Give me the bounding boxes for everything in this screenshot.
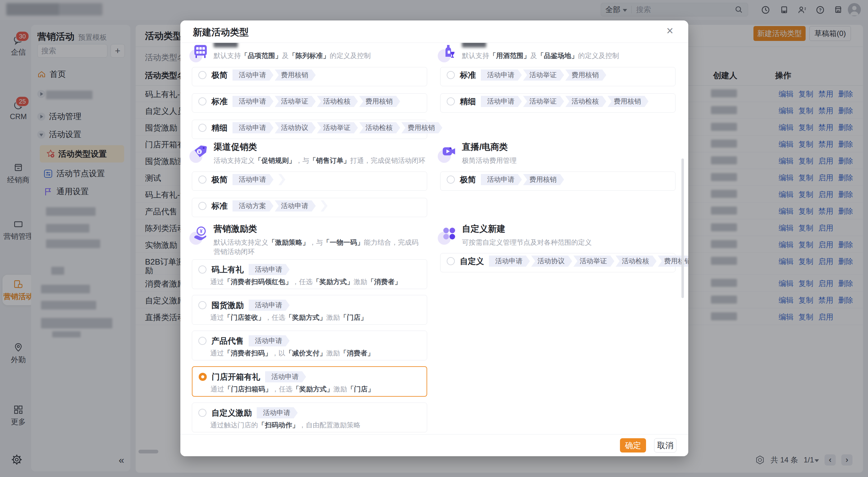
workflow-tag: 活动申请 — [232, 122, 274, 133]
radio-button[interactable] — [198, 266, 207, 274]
option-card[interactable]: 精细 活动申请活动协议活动举证活动检核费用核销 — [192, 120, 427, 139]
workflow-tag: 活动检核 — [359, 122, 400, 133]
workflow-tag: 活动举证 — [523, 96, 564, 107]
group-channel-promo: ¥ 渠道促销类 活动支持定义「促销规则」，与「销售订单」打通，完成促销活动闭环 — [192, 141, 425, 165]
radio-button[interactable] — [198, 97, 207, 105]
option-cards: 极简 活动申请费用核销 标准 活动申请活动举证活动检核费用核销 — [192, 67, 428, 146]
group-desc: 极简活动费用管理 — [462, 156, 517, 165]
radio-button[interactable] — [198, 301, 207, 309]
workflow-tag: 活动申请 — [481, 96, 522, 107]
option-card[interactable]: 自定义 活动申请活动协议活动举证活动检核费用核销 — [440, 253, 676, 272]
svg-text:¥: ¥ — [200, 229, 203, 234]
radio-button[interactable] — [447, 257, 455, 265]
workflow-tag: 活动举证 — [317, 122, 358, 133]
confirm-button[interactable]: 确定 — [620, 438, 646, 452]
workflow-tag: 活动协议 — [531, 255, 572, 267]
group-display-incentive: 默认支持「品项范围」及「陈列标准」的定义及控制 — [192, 42, 371, 61]
modal-title: 新建活动类型 — [193, 26, 249, 39]
workflow-tag: 活动申请 — [489, 255, 530, 267]
group-desc: 默认支持「用酒范围」及「品鉴场地」的定义及控制 — [462, 51, 619, 61]
svg-text:¥: ¥ — [198, 149, 200, 154]
workflow-tag: 活动方案 — [232, 200, 274, 211]
option-card[interactable]: 标准 活动申请活动举证活动检核费用核销 — [192, 93, 427, 112]
option-card[interactable]: 精细 活动申请活动举证活动检核费用核销 — [440, 93, 676, 112]
workflow-tag: 费用核销 — [523, 174, 564, 185]
workflow-tag-stub — [321, 200, 328, 211]
modal-header: 新建活动类型 × — [180, 21, 688, 43]
modal-scrollbar[interactable] — [681, 159, 684, 298]
coin-hand-icon: ¥ — [192, 225, 209, 242]
group-title: 自定义新建 — [462, 223, 668, 235]
workflow-tag: 活动申请 — [481, 69, 522, 81]
group-desc: 可按需自定义管理节点及对各种范围的定义 — [462, 238, 668, 247]
radio-button[interactable] — [447, 71, 455, 79]
option-card[interactable]: 标准 活动申请活动举证费用核销 — [440, 67, 676, 86]
option-card[interactable]: 极简 活动申请费用核销 — [192, 67, 427, 86]
workflow-tag: 活动检核 — [616, 255, 657, 267]
workflow-tag: 费用核销 — [359, 96, 400, 107]
workflow-tag-stub — [278, 174, 285, 185]
radio-button[interactable] — [198, 409, 207, 417]
workflow-tag: 活动申请 — [275, 200, 316, 211]
group-title: 直播/电商类 — [462, 141, 517, 153]
wine-icon — [440, 42, 458, 60]
workflow-tag: 活动申请 — [232, 174, 274, 185]
modal-body: 默认支持「品项范围」及「陈列标准」的定义及控制 极简 活动申请费用核销 — [180, 42, 688, 434]
option-card[interactable]: 自定义激励 活动申请 通过触达门店的「扫码动作」，自由配置激励策略 — [192, 403, 427, 432]
close-icon[interactable]: × — [666, 25, 673, 37]
option-card[interactable]: 极简 活动申请费用核销 — [440, 171, 676, 191]
radio-button[interactable] — [199, 373, 207, 381]
radio-button[interactable] — [447, 175, 455, 183]
group-tasting: 默认支持「用酒范围」及「品鉴场地」的定义及控制 — [440, 42, 619, 61]
group-title: 渠道促销类 — [214, 141, 425, 153]
group-marketing-incentive: ¥ 营销激励类 默认活动支持定义「激励策略」，与「一物一码」能力结合，完成码营销… — [192, 223, 419, 257]
radio-button[interactable] — [198, 175, 207, 183]
new-activity-type-modal: 默认支持「品项范围」及「陈列标准」的定义及控制 极简 活动申请费用核销 — [180, 21, 688, 456]
option-card[interactable]: 码上有礼 活动申请 通过「消费者扫码领红包」，任选「奖励方式」激励「消费者」 — [192, 259, 427, 289]
option-cards: 标准 活动申请活动举证费用核销 精细 活动申请活动举证活动检核费用核销 — [440, 67, 676, 120]
workflow-tag: 活动检核 — [317, 96, 358, 107]
option-card[interactable]: 标准 活动方案活动申请 — [192, 198, 427, 217]
radio-button[interactable] — [198, 71, 207, 79]
group-desc: 默认支持「品项范围」及「陈列标准」的定义及控制 — [214, 51, 371, 61]
workflow-tag: 活动申请 — [249, 335, 290, 346]
workflow-tag: 活动申请 — [257, 407, 298, 418]
workflow-tag: 活动举证 — [275, 96, 316, 107]
shelf-icon — [192, 42, 209, 60]
price-tag-icon: ¥ — [192, 143, 209, 160]
four-dots-icon — [440, 225, 458, 242]
workflow-tag: 费用核销 — [275, 69, 316, 81]
group-live-ecommerce: 直播/电商类 极简活动费用管理 — [440, 141, 517, 165]
workflow-tag: 费用核销 — [565, 69, 606, 81]
workflow-tag: 活动协议 — [275, 122, 316, 133]
radio-button[interactable] — [198, 337, 207, 345]
workflow-tag: 费用核销 — [401, 122, 442, 133]
workflow-tag: 活动举证 — [523, 69, 564, 81]
workflow-tag: 活动申请 — [232, 96, 274, 107]
radio-button[interactable] — [447, 97, 455, 105]
group-desc: 活动支持定义「促销规则」，与「销售订单」打通，完成促销活动闭环 — [214, 156, 425, 165]
option-cards: 码上有礼 活动申请 通过「消费者扫码领红包」，任选「奖励方式」激励「消费者」 囤… — [192, 259, 428, 434]
workflow-tag: 活动申请 — [249, 264, 290, 275]
option-card[interactable]: 产品代售 活动申请 通过「消费者扫码」，以「减价支付」激励「消费者」 — [192, 331, 427, 361]
option-card[interactable]: 囤货激励 活动申请 通过「门店签收」，任选「奖励方式」激励「门店」 — [192, 295, 427, 325]
group-desc: 默认活动支持定义「激励策略」，与「一物一码」能力结合，完成码营销活动闭环 — [214, 238, 419, 257]
video-camera-icon — [440, 143, 458, 160]
modal-footer: 确定 取消 — [180, 434, 688, 456]
option-card[interactable]: 极简 活动申请 — [192, 171, 427, 191]
workflow-tag: 活动检核 — [565, 96, 606, 107]
group-title-redacted — [462, 42, 486, 47]
workflow-tag: 活动申请 — [265, 371, 306, 382]
option-cards: 极简 活动申请 标准 活动方案活动申请 — [192, 171, 428, 224]
group-custom-new: 自定义新建 可按需自定义管理节点及对各种范围的定义 — [440, 223, 668, 247]
workflow-tag: 活动申请 — [481, 174, 522, 185]
group-title-redacted — [214, 42, 238, 47]
cancel-button[interactable]: 取消 — [654, 438, 677, 452]
workflow-tag: 活动举证 — [574, 255, 614, 267]
option-card[interactable]: 门店开箱有礼 活动申请 通过「门店扫箱码」，任选「奖励方式」激励「门店」 — [192, 366, 427, 397]
radio-button[interactable] — [198, 124, 207, 132]
option-cards: 极简 活动申请费用核销 — [440, 171, 676, 198]
workflow-tag: 活动申请 — [249, 300, 290, 311]
radio-button[interactable] — [198, 202, 207, 210]
workflow-tag: 活动申请 — [232, 69, 274, 81]
